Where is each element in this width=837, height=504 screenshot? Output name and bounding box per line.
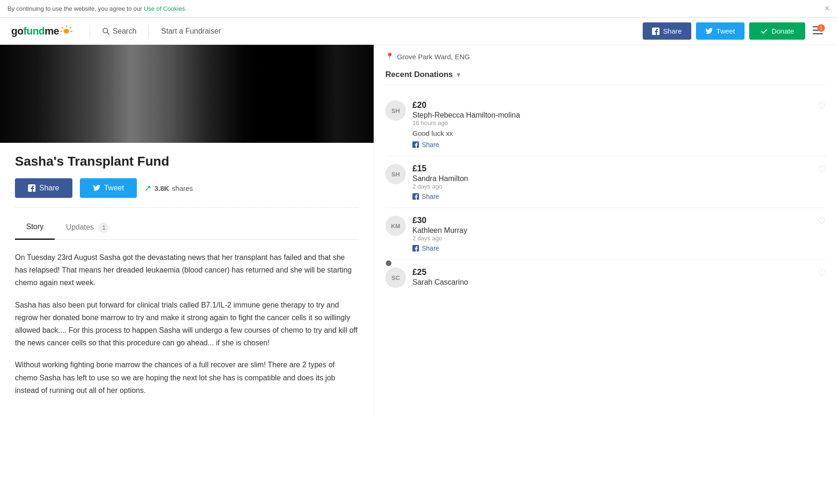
menu-button[interactable]: 1 [810,23,826,39]
header-donate-button[interactable]: Donate [749,22,805,40]
donation-item: SH £20 Steph-Rebecca Hamilton-molina 16 … [385,93,826,156]
campaign-image [0,45,374,143]
donation-amount: £20 [412,100,811,110]
start-fundraiser-link[interactable]: Start a Fundraiser [156,24,226,38]
heart-button[interactable]: ♡ [817,164,826,175]
svg-rect-10 [813,33,823,35]
header-tweet-button[interactable]: Tweet [696,22,745,40]
story-text: On Tuesday 23rd August Sasha got the dev… [15,251,359,397]
campaign-tweet-button[interactable]: Tweet [80,178,137,198]
search-link[interactable]: Search [98,24,141,38]
twitter-icon [705,28,713,35]
nav-divider [90,24,90,38]
donation-info: £30 Kathleen Murray 2 days ago Share [412,216,811,252]
donor-name: Sandra Hamilton [412,175,811,183]
story-paragraph-3: Without working fighting bone marrow the… [15,358,359,397]
campaign-image-inner [0,45,374,143]
location-pin-icon: 📍 [385,52,394,61]
checkmark-icon [760,28,768,35]
story-paragraph-1: On Tuesday 23rd August Sasha got the dev… [15,251,359,289]
donation-time: 2 days ago [412,183,811,190]
donation-share-button[interactable]: Share [412,193,439,200]
svg-line-7 [107,32,110,35]
donation-info: £20 Steph-Rebecca Hamilton-molina 16 hou… [412,100,811,148]
donation-time: 2 days ago [412,235,811,242]
donation-info: £25 Sarah Cascarino [412,267,811,287]
cookie-text: By continuing to use the website, you ag… [7,5,187,12]
donation-message: Good luck xx [412,129,811,137]
donation-item: SH £15 Sandra Hamilton 2 days ago Share … [385,156,826,208]
heart-button[interactable]: ♡ [817,267,826,279]
donation-item: SC £25 Sarah Cascarino ♡ [385,260,826,288]
logo-sun-icon [60,25,73,34]
donor-name: Kathleen Murray [412,226,811,235]
donation-item: KM £30 Kathleen Murray 2 days ago Share … [385,208,826,260]
svg-point-6 [103,28,108,33]
tab-story[interactable]: Story [15,217,55,240]
logo-me: me [45,25,59,37]
donation-amount: £25 [412,267,811,277]
location-text: Grove Park Ward, ENG [397,53,470,61]
donation-share-button[interactable]: Share [412,245,439,252]
notification-badge: 1 [817,24,825,32]
right-panel: 📍 Grove Park Ward, ENG Recent Donations … [374,45,837,417]
tab-updates[interactable]: Updates 1 [55,217,120,240]
facebook-icon [652,28,660,35]
heart-button[interactable]: ♡ [817,216,826,227]
facebook-share-icon [412,193,419,200]
facebook-icon-large [28,184,35,192]
twitter-icon-large [93,185,100,191]
updates-badge: 1 [99,223,109,233]
logo-fund: fund [23,25,45,37]
svg-point-0 [64,29,69,34]
campaign-tabs: Story Updates 1 [15,217,359,240]
donation-amount: £30 [412,216,811,225]
donor-avatar: SC [385,267,406,288]
nav-divider-2 [149,24,149,38]
header: gofundme Search Start a Fundraiser Share [0,18,837,45]
donation-share-button[interactable]: Share [412,141,439,148]
logo-go: go [11,25,23,37]
header-actions: Share Tweet Donate 1 [643,22,826,40]
action-buttons-row: Share Tweet ↗ 3.8K shares [15,178,359,208]
shares-count: ↗ 3.8K shares [144,183,193,193]
donation-info: £15 Sandra Hamilton 2 days ago Share [412,164,811,200]
donor-avatar: KM [385,216,406,236]
campaign-content: Sasha's Transplant Fund Share Tweet ↗ [0,143,374,417]
donor-name: Steph-Rebecca Hamilton-molina [412,111,811,119]
donation-amount: £15 [412,164,811,174]
donor-avatar: SH [385,164,406,184]
facebook-share-icon [412,141,419,148]
svg-line-3 [62,27,63,28]
cookie-link[interactable]: Use of Cookies [144,5,185,12]
campaign-title: Sasha's Transplant Fund [15,154,359,169]
main-container: Sasha's Transplant Fund Share Tweet ↗ [0,45,837,417]
donation-time: 16 hours ago [412,119,811,126]
logo[interactable]: gofundme [11,25,73,37]
donor-avatar: SH [385,100,406,121]
recent-donations-header[interactable]: Recent Donations ▾ [385,70,826,85]
search-icon [102,28,110,35]
heart-button[interactable]: ♡ [817,100,826,112]
left-panel: Sasha's Transplant Fund Share Tweet ↗ [0,45,374,417]
cookie-banner: By continuing to use the website, you ag… [0,0,837,18]
campaign-share-facebook-button[interactable]: Share [15,178,72,198]
header-share-facebook-button[interactable]: Share [643,22,691,40]
dropdown-arrow-icon: ▾ [457,71,460,78]
location-row: 📍 Grove Park Ward, ENG [385,52,826,61]
story-paragraph-2: Sasha has also been put forward for clin… [15,299,359,350]
donor-name: Sarah Cascarino [412,278,811,287]
svg-line-2 [70,27,71,28]
trending-icon: ↗ [144,183,151,193]
cookie-close-button[interactable]: × [824,4,830,14]
facebook-share-icon [412,245,419,252]
